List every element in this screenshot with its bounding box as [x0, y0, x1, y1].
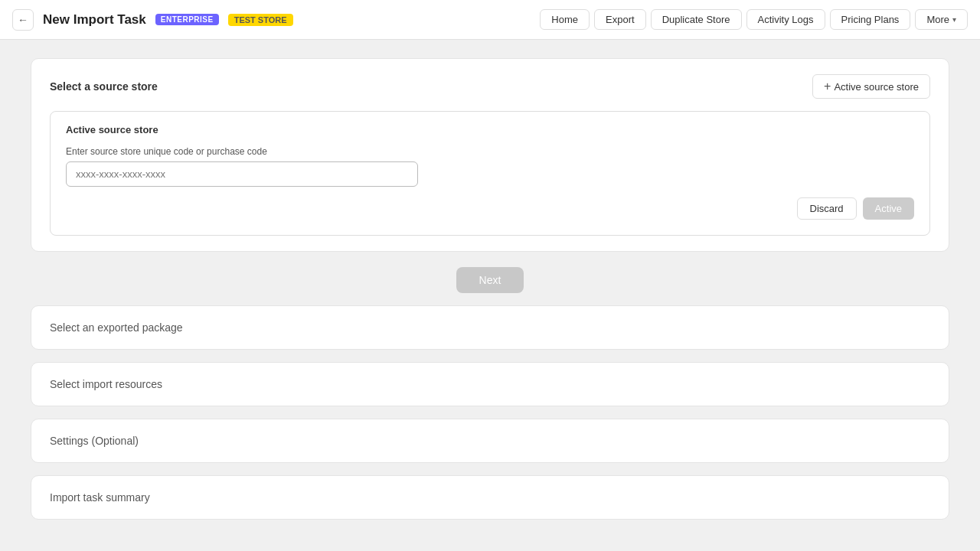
next-button[interactable]: Next — [456, 267, 524, 293]
back-button[interactable]: ← — [12, 9, 34, 31]
source-store-section: Select a source store + Active source st… — [31, 58, 949, 252]
settings-section: Settings (Optional) — [31, 419, 949, 463]
home-nav-button[interactable]: Home — [540, 9, 590, 30]
duplicate-store-nav-button[interactable]: Duplicate Store — [651, 9, 742, 30]
inner-card-actions: Discard Active — [66, 197, 914, 220]
discard-button[interactable]: Discard — [797, 197, 857, 220]
code-field-label: Enter source store unique code or purcha… — [66, 146, 914, 157]
page-title: New Import Task — [43, 12, 146, 28]
import-resources-section: Select import resources — [31, 362, 949, 406]
main-content: Select a source store + Active source st… — [0, 40, 980, 550]
active-source-store-button[interactable]: + Active source store — [812, 74, 930, 99]
source-store-title: Select a source store — [50, 80, 158, 93]
active-source-store-card: Active source store Enter source store u… — [50, 111, 930, 236]
enterprise-badge: ENTERPRISE — [155, 14, 219, 25]
more-label: More — [926, 14, 949, 25]
active-source-btn-label: Active source store — [834, 81, 919, 93]
more-nav-button[interactable]: More ▾ — [915, 9, 968, 30]
next-button-wrap: Next — [31, 267, 949, 293]
pricing-plans-nav-button[interactable]: Pricing Plans — [830, 9, 911, 30]
active-button: Active — [863, 197, 914, 220]
header-nav: Home Export Duplicate Store Activity Log… — [540, 9, 968, 30]
exported-package-section: Select an exported package — [31, 305, 949, 350]
source-store-header: Select a source store + Active source st… — [50, 74, 930, 99]
activity-logs-nav-button[interactable]: Activity Logs — [746, 9, 825, 30]
exported-package-title: Select an exported package — [50, 321, 183, 334]
header: ← New Import Task ENTERPRISE TEST STORE … — [0, 0, 980, 40]
import-resources-title: Select import resources — [50, 378, 162, 390]
source-store-code-input[interactable] — [66, 161, 418, 187]
inner-card-title: Active source store — [66, 124, 914, 135]
settings-title: Settings (Optional) — [50, 435, 139, 447]
import-summary-section: Import task summary — [31, 475, 949, 520]
import-summary-title: Import task summary — [50, 491, 150, 504]
export-nav-button[interactable]: Export — [594, 9, 646, 30]
test-store-badge: TEST STORE — [228, 14, 293, 26]
back-icon: ← — [18, 14, 28, 26]
plus-icon: + — [824, 80, 831, 93]
chevron-down-icon: ▾ — [952, 15, 956, 24]
